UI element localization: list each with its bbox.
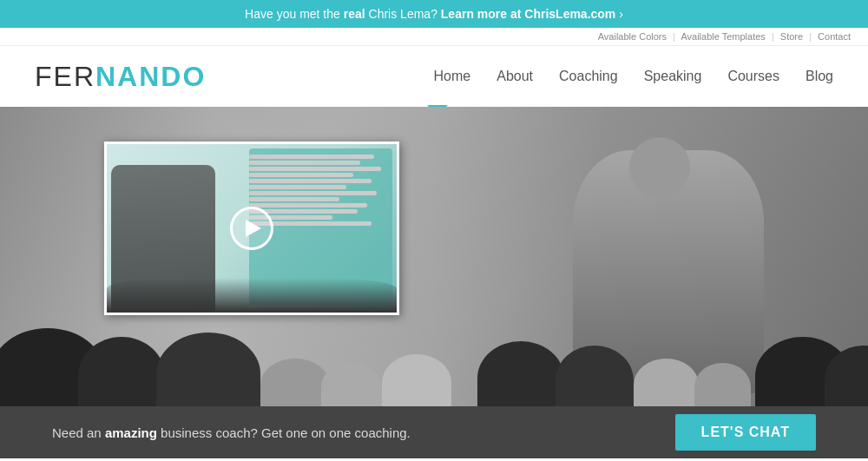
audience-head-3 [156,333,260,406]
nav-blog[interactable]: Blog [806,69,833,84]
audience-head-light-4 [634,359,699,406]
audience-head-5 [556,346,634,406]
audience-head-light-5 [694,363,751,406]
logo-part2: NANDO [95,61,206,92]
header: FERNANDO Home About Coaching Speaking Co… [0,46,868,107]
hero-section [0,107,868,406]
store-link[interactable]: Store [780,31,803,42]
nav-about[interactable]: About [496,69,533,84]
banner-link[interactable]: Learn more at ChrisLema.com [441,7,616,21]
bottom-bar: Need an amazing business coach? Get one … [0,406,868,458]
audience-head-light-2 [321,363,382,406]
available-colors-link[interactable]: Available Colors [598,31,667,42]
audience-head-light-1 [260,359,330,406]
logo-part1: FER [35,61,95,92]
audience-head-light-3 [382,354,451,406]
speaker-head [629,137,690,198]
video-thumbnail[interactable] [104,142,399,315]
logo[interactable]: FERNANDO [35,61,206,93]
available-templates-link[interactable]: Available Templates [681,31,765,42]
audience-head-2 [78,337,165,406]
banner-text: Have you met the real Chris Lema? Learn … [245,7,623,21]
top-banner: Have you met the real Chris Lema? Learn … [0,0,868,28]
bottom-bar-text: Need an amazing business coach? Get one … [52,425,411,440]
play-button[interactable] [230,207,273,250]
contact-link[interactable]: Contact [818,31,851,42]
video-audience [107,278,397,313]
secondary-nav: Available Colors | Available Templates |… [0,28,868,46]
nav-home[interactable]: Home [434,69,471,84]
nav-coaching[interactable]: Coaching [559,69,618,84]
nav-courses[interactable]: Courses [727,69,779,84]
audience-row [0,328,868,406]
nav-speaking[interactable]: Speaking [644,69,702,84]
audience-head-4 [477,341,564,406]
lets-chat-button[interactable]: LET'S CHAT [675,414,816,451]
main-nav: Home About Coaching Speaking Courses Blo… [434,69,833,84]
